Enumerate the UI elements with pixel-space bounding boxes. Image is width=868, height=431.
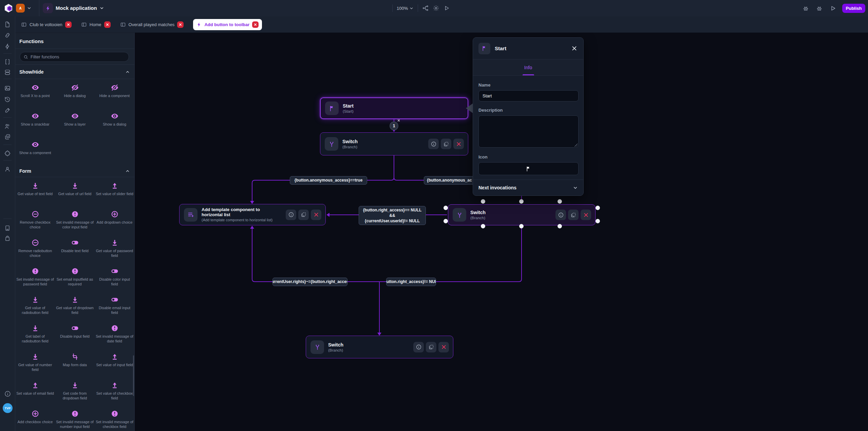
node-info-button[interactable]: [286, 209, 296, 220]
plugins-puzzle-icon[interactable]: [4, 150, 11, 157]
info-icon[interactable]: [4, 390, 11, 397]
condition-label[interactable]: {button.right_access}!= NULL: [386, 278, 436, 286]
search-input[interactable]: [31, 54, 119, 59]
tab-add-button-to-toolbar[interactable]: Add button to toolbar: [193, 19, 262, 30]
tab-home[interactable]: Home: [81, 21, 111, 28]
chevron-up-icon[interactable]: [125, 169, 130, 173]
tab-close-button[interactable]: [177, 21, 184, 28]
function-item[interactable]: Show a dialog: [95, 108, 134, 137]
node-delete-button[interactable]: [438, 342, 449, 352]
condition-label[interactable]: {button.right_access}== NULL && {current…: [359, 206, 426, 225]
function-item[interactable]: Get code from dropdown field: [55, 377, 95, 406]
edge-delete-icon[interactable]: [397, 119, 400, 122]
publish-button[interactable]: Publish: [842, 4, 865, 13]
function-item[interactable]: Disable email input field: [95, 292, 134, 320]
function-item[interactable]: Get value of text field: [15, 178, 55, 206]
function-item[interactable]: Set email inputfield as required: [55, 263, 95, 292]
function-item[interactable]: Map form data: [55, 349, 95, 377]
app-logo-icon[interactable]: [4, 3, 13, 13]
selection-handle[interactable]: [444, 206, 448, 210]
description-field[interactable]: [478, 115, 579, 148]
resize-handle-icon[interactable]: [574, 143, 578, 147]
selection-handle[interactable]: [519, 224, 524, 228]
node-switch-1[interactable]: Switch (Branch): [320, 132, 468, 155]
function-item[interactable]: Get label of radiobutton field: [15, 320, 55, 349]
function-item[interactable]: Get value of radiobutton field: [15, 292, 55, 320]
tab-club-te-voltooien[interactable]: Club te voltooien: [21, 21, 72, 28]
function-item[interactable]: Set invalid message of number input fiel…: [55, 406, 95, 431]
function-item[interactable]: Show a component: [15, 137, 55, 165]
function-item[interactable]: Set value of checkbox field: [95, 377, 134, 406]
zoom-level[interactable]: 100%: [397, 6, 408, 11]
selection-handle[interactable]: [558, 199, 562, 204]
zoom-chevron-down-icon[interactable]: [409, 6, 414, 11]
function-item[interactable]: Scroll X to a point: [15, 80, 55, 108]
database-icon[interactable]: [4, 69, 11, 76]
condition-label[interactable]: {currentUser.rights}~={button.right_acce…: [272, 278, 347, 286]
tab-overall-played-matches[interactable]: Overall played matches: [120, 21, 184, 28]
media-image-icon[interactable]: [4, 85, 11, 92]
selection-handle[interactable]: [596, 206, 600, 210]
run-play-icon[interactable]: [829, 4, 837, 13]
node-info-button[interactable]: [428, 139, 439, 149]
section-header-show-hide[interactable]: Show/Hide: [15, 67, 135, 77]
users-icon[interactable]: [4, 123, 11, 130]
selection-handle[interactable]: [558, 224, 562, 228]
function-item[interactable]: Set invalid message of password field: [15, 263, 55, 292]
node-delete-button[interactable]: [453, 139, 464, 149]
profile-user-icon[interactable]: [4, 166, 11, 172]
node-copy-button[interactable]: [568, 210, 579, 220]
close-icon[interactable]: [571, 45, 578, 52]
theme-brush-icon[interactable]: [4, 107, 11, 114]
tasks-copy-check-icon[interactable]: [4, 133, 11, 140]
node-copy-button[interactable]: [441, 139, 451, 149]
function-item[interactable]: Disable text field: [55, 235, 95, 263]
debug-bug-icon[interactable]: [815, 4, 824, 13]
user-avatar[interactable]: TVP: [3, 403, 13, 413]
function-item[interactable]: Set value of slider field: [95, 178, 134, 206]
node-copy-button[interactable]: [298, 209, 309, 220]
pages-icon[interactable]: [4, 21, 11, 28]
function-item[interactable]: Set invalid message of color input field: [55, 206, 95, 235]
section-header-form[interactable]: Form: [15, 166, 135, 176]
function-item[interactable]: Set value of input field: [95, 349, 134, 377]
node-info-button[interactable]: [413, 342, 424, 352]
flow-map-icon[interactable]: [421, 4, 430, 12]
function-item[interactable]: Get value of number field: [15, 349, 55, 377]
flow-canvas[interactable]: Start (Start) 1 Switch (Branch) {button.…: [135, 33, 868, 431]
history-icon[interactable]: [4, 96, 11, 103]
function-item[interactable]: Hide a dialog: [55, 80, 95, 108]
tab-info[interactable]: Info: [524, 65, 532, 70]
function-item[interactable]: Hide a component: [95, 80, 134, 108]
function-item[interactable]: Set invalid message of checkbox field: [95, 406, 134, 431]
link-icon[interactable]: [4, 32, 11, 39]
app-chevron-down-icon[interactable]: [99, 6, 104, 11]
selection-handle[interactable]: [481, 199, 485, 204]
app-name[interactable]: Mock application: [56, 5, 97, 11]
selection-handle[interactable]: [519, 199, 524, 204]
node-delete-button[interactable]: [581, 210, 591, 220]
workspace-avatar[interactable]: A: [16, 4, 25, 13]
function-item[interactable]: Disable color input field: [95, 263, 134, 292]
panel-scrollbar[interactable]: [133, 355, 134, 396]
node-delete-button[interactable]: [311, 209, 321, 220]
node-info-button[interactable]: [555, 210, 566, 220]
debug-bug-icon[interactable]: [801, 4, 810, 13]
function-item[interactable]: Get value of dropdown field: [55, 292, 95, 320]
organization-building-icon[interactable]: [4, 225, 11, 231]
node-switch-2[interactable]: Switch (Branch): [448, 204, 596, 225]
node-switch-3[interactable]: Switch (Branch): [306, 336, 453, 358]
chevron-up-icon[interactable]: [125, 70, 130, 74]
tab-close-button[interactable]: [252, 21, 259, 28]
selection-handle[interactable]: [481, 224, 485, 228]
functions-lightning-icon[interactable]: [4, 43, 11, 50]
function-item[interactable]: Set value of email field: [15, 377, 55, 406]
condition-label[interactable]: {button.anonymous_access}==true: [290, 176, 367, 185]
tab-close-button[interactable]: [65, 21, 72, 28]
node-add-template-component[interactable]: Add template component to horizontal lis…: [179, 204, 326, 225]
workspace-chevron-down-icon[interactable]: [27, 6, 32, 11]
node-start[interactable]: Start (Start): [320, 97, 468, 119]
tab-close-button[interactable]: [104, 21, 111, 28]
play-icon[interactable]: [442, 4, 451, 12]
name-field[interactable]: [478, 90, 579, 101]
